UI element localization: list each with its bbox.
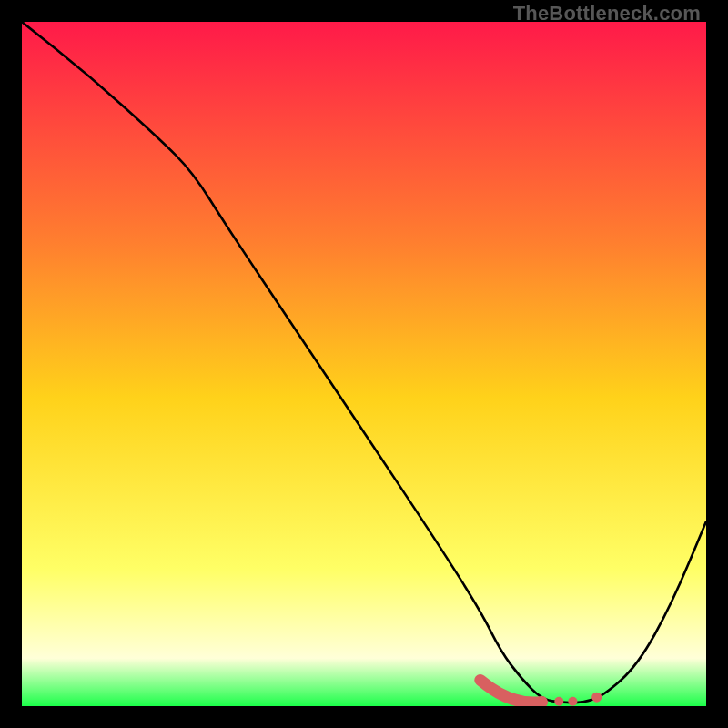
- bottleneck-chart: [22, 22, 706, 706]
- marker-dot-3: [592, 693, 602, 703]
- marker-dot-1: [554, 697, 563, 706]
- chart-frame: [22, 22, 706, 706]
- gradient-background: [22, 22, 706, 706]
- marker-dot-2: [568, 697, 577, 706]
